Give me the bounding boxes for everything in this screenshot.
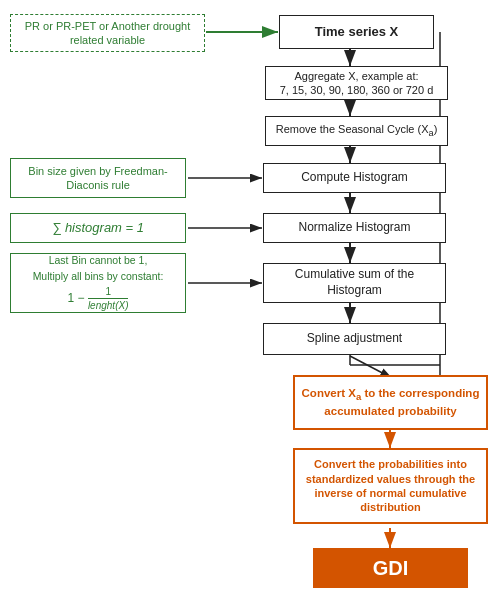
left-box-3-line1: Last Bin cannot be 1, xyxy=(49,254,148,268)
flowchart: PR or PR-PET or Another drought related … xyxy=(0,0,500,599)
left-box-2: ∑ histogram = 1 xyxy=(10,213,186,243)
cumulative-text: Cumulative sum of the Histogram xyxy=(270,267,439,298)
gdi-text: GDI xyxy=(373,555,409,581)
left-box-3: Last Bin cannot be 1, Multiply all bins … xyxy=(10,253,186,313)
cumulative-box: Cumulative sum of the Histogram xyxy=(263,263,446,303)
spline-text: Spline adjustment xyxy=(307,331,402,347)
aggregate-text: Aggregate X, example at: 7, 15, 30, 90, … xyxy=(280,69,434,98)
input-label-box: PR or PR-PET or Another drought related … xyxy=(10,14,205,52)
seasonal-text: Remove the Seasonal Cycle (Xa) xyxy=(276,122,438,140)
normalize-text: Normalize Histogram xyxy=(298,220,410,236)
seasonal-box: Remove the Seasonal Cycle (Xa) xyxy=(265,116,448,146)
normalize-box: Normalize Histogram xyxy=(263,213,446,243)
left-box-2-text: ∑ histogram = 1 xyxy=(52,220,144,237)
left-box-1-text: Bin size given by Freedman-Diaconis rule xyxy=(17,164,179,193)
timeseries-box: Time series X xyxy=(279,15,434,49)
gdi-box: GDI xyxy=(313,548,468,588)
timeseries-text: Time series X xyxy=(315,24,399,41)
aggregate-box: Aggregate X, example at: 7, 15, 30, 90, … xyxy=(265,66,448,100)
left-box-3-formula: 1 − 1 lenght(X) xyxy=(68,285,129,312)
convert-prob-text: Convert Xa to the corresponding accumula… xyxy=(301,386,480,419)
left-box-3-line2: Multiply all bins by constant: xyxy=(33,270,164,284)
histogram-text: Compute Histogram xyxy=(301,170,408,186)
convert-std-box: Convert the probabilities into standardi… xyxy=(293,448,488,524)
spline-box: Spline adjustment xyxy=(263,323,446,355)
convert-std-text: Convert the probabilities into standardi… xyxy=(301,457,480,514)
input-label-text: PR or PR-PET or Another drought related … xyxy=(17,19,198,48)
histogram-box: Compute Histogram xyxy=(263,163,446,193)
convert-prob-box: Convert Xa to the corresponding accumula… xyxy=(293,375,488,430)
left-box-1: Bin size given by Freedman-Diaconis rule xyxy=(10,158,186,198)
